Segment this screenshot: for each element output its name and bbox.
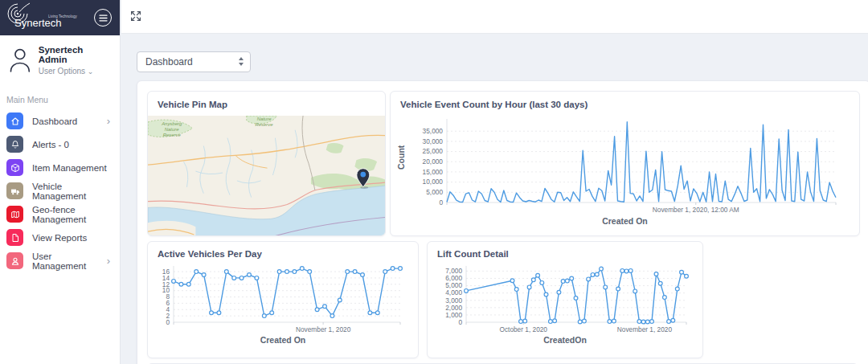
topbar — [121, 0, 868, 34]
sidebar-item-label: Alerts - 0 — [32, 140, 113, 149]
vehicle-event-count-chart: 05,00010,00015,00020,00025,00030,00035,0… — [407, 112, 847, 215]
sidebar-item-label: Vehicle Management — [32, 182, 113, 201]
truck-icon — [6, 182, 23, 199]
sidebar-item-label: Item Management — [32, 163, 113, 173]
svg-text:5,000: 5,000 — [426, 188, 443, 196]
sidebar-item-user-management[interactable]: User Management › — [0, 249, 120, 272]
chevron-right-icon: › — [107, 115, 113, 127]
svg-text:3,000: 3,000 — [445, 297, 462, 305]
svg-text:35,000: 35,000 — [423, 127, 444, 135]
svg-text:16: 16 — [162, 268, 170, 276]
sidebar-item-item-management[interactable]: Item Management — [0, 156, 120, 179]
lift-count-card: Lift Count Detail 01,0002,0003,0004,0005… — [427, 241, 703, 358]
svg-text:0: 0 — [439, 198, 443, 207]
svg-text:November 1, 2020: November 1, 2020 — [296, 325, 351, 333]
active-vehicles-chart: 0246810121416November 1, 2020 — [153, 260, 411, 334]
chevron-down-icon: ⌄ — [88, 67, 94, 76]
svg-text:Anysberg: Anysberg — [161, 121, 182, 126]
bell-icon — [6, 136, 23, 153]
card-title: Vehicle Pin Map — [148, 92, 385, 116]
sidebar-item-label: User Management — [32, 252, 107, 271]
svg-text:1,000: 1,000 — [445, 311, 462, 319]
map-icon — [6, 206, 23, 223]
svg-text:30,000: 30,000 — [423, 137, 444, 145]
card-title: Lift Count Detail — [428, 242, 702, 260]
svg-text:4,000: 4,000 — [445, 288, 462, 297]
card-title: Active Vehicles Per Day — [148, 242, 418, 260]
synertech-logo: Living Technology Synertech — [0, 0, 95, 32]
y-axis-label: Count — [396, 158, 406, 170]
chevron-right-icon: › — [107, 255, 113, 267]
svg-text:10,000: 10,000 — [423, 178, 444, 186]
x-axis-label: Created On — [148, 335, 418, 345]
svg-text:20,000: 20,000 — [423, 157, 444, 166]
svg-text:15,000: 15,000 — [423, 168, 444, 176]
sidebar: Living Technology Synertech Synertech — [0, 0, 121, 364]
svg-text:2,000: 2,000 — [445, 304, 462, 312]
sidebar-item-label: Geo-fence Management — [32, 205, 113, 224]
vehicle-pin-map-card: Vehicle Pin Map — [147, 91, 386, 236]
logo-header: Living Technology Synertech — [0, 0, 120, 35]
svg-text:November 1, 2020: November 1, 2020 — [617, 325, 673, 333]
map-label-reserve: Nature Reserve — [255, 117, 273, 127]
map-canvas[interactable]: Anysberg Nature Reserve Nature Reserve — [148, 116, 386, 236]
sidebar-section-label: Main Menu — [0, 84, 120, 109]
hamburger-menu-button[interactable] — [94, 9, 112, 27]
page-selector[interactable]: Dashboard — [137, 51, 251, 72]
user-name: Synertech Admin — [39, 45, 113, 64]
vehicle-event-count-card: Vehicle Event Count by Hour (last 30 day… — [390, 91, 860, 236]
main-content: Dashboard Vehicle Pin Map — [121, 34, 868, 364]
user-options-button[interactable]: User Options ⌄ — [39, 67, 113, 76]
person-icon — [6, 252, 23, 269]
svg-text:Reserve: Reserve — [255, 122, 273, 127]
active-vehicles-card: Active Vehicles Per Day 0246810121416Nov… — [147, 241, 419, 358]
card-title: Vehicle Event Count by Hour (last 30 day… — [391, 92, 859, 112]
svg-text:October 1, 2020: October 1, 2020 — [499, 325, 547, 333]
svg-text:5,000: 5,000 — [445, 281, 462, 289]
sidebar-item-geofence-management[interactable]: Geo-fence Management — [0, 202, 120, 226]
sidebar-item-dashboard[interactable]: Dashboard › — [0, 109, 120, 133]
avatar — [8, 47, 32, 74]
svg-text:25,000: 25,000 — [423, 147, 444, 155]
hamburger-icon — [99, 14, 108, 22]
svg-text:0: 0 — [458, 318, 462, 326]
document-icon — [6, 229, 23, 246]
svg-text:Reserve: Reserve — [163, 133, 182, 137]
sidebar-item-label: View Reports — [32, 233, 113, 243]
app: Living Technology Synertech Synertech — [0, 0, 868, 364]
user-block: Synertech Admin User Options ⌄ — [0, 35, 120, 84]
svg-text:6,000: 6,000 — [445, 274, 462, 282]
svg-text:November 1, 2020, 12:00 AM: November 1, 2020, 12:00 AM — [653, 206, 739, 214]
sidebar-item-vehicle-management[interactable]: Vehicle Management — [0, 179, 120, 202]
dashboard-panel: Vehicle Pin Map — [137, 80, 868, 364]
brand-name: Synertech — [14, 17, 62, 29]
user-options-label: User Options — [39, 67, 85, 76]
sidebar-item-label: Dashboard — [32, 117, 107, 126]
x-axis-label: Created On — [391, 216, 859, 226]
sidebar-item-view-reports[interactable]: View Reports — [0, 226, 120, 249]
sidebar-item-alerts[interactable]: Alerts - 0 — [0, 133, 120, 156]
expand-sidebar-button[interactable] — [129, 10, 142, 22]
lift-count-chart: 01,0002,0003,0004,0005,0006,0007,000Octo… — [432, 260, 696, 334]
svg-text:Nature: Nature — [257, 117, 272, 121]
x-axis-label: CreatedOn — [428, 335, 702, 345]
expand-arrows-icon — [129, 10, 142, 22]
svg-text:7,000: 7,000 — [445, 267, 462, 275]
cube-icon — [6, 159, 23, 176]
svg-text:Nature: Nature — [165, 127, 180, 132]
home-icon — [6, 112, 23, 129]
